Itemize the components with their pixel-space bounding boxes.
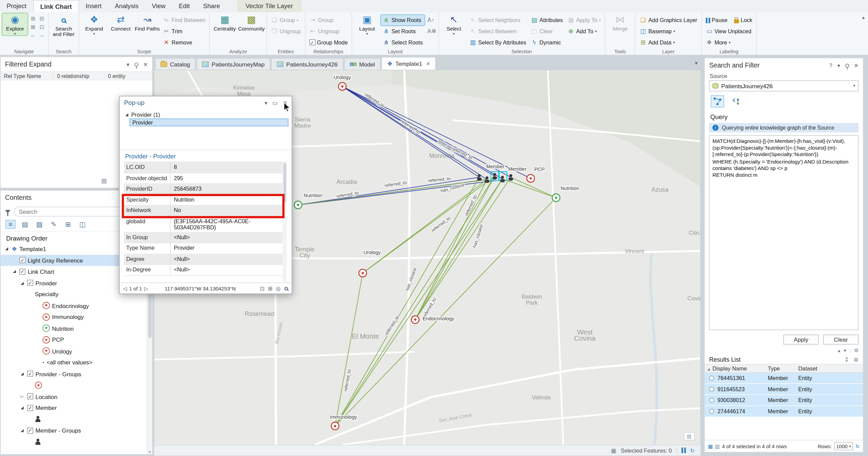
view-unplaced-button[interactable]: ▭ View Unplaced xyxy=(704,26,754,37)
tab-list-chevron-icon[interactable]: ▾ xyxy=(695,60,697,66)
clear-selection-button[interactable]: ▢ Clear xyxy=(529,26,565,37)
member-node-body[interactable] xyxy=(492,176,497,179)
column-display-name[interactable]: Display Name xyxy=(712,365,768,372)
lock-labels-button[interactable]: Lock xyxy=(732,15,754,25)
expander-icon[interactable]: ▷ xyxy=(19,394,25,399)
attribute-row-globalid[interactable]: globalid{E3F156AA-442C-495A-AC0E-503A4D2… xyxy=(124,216,287,232)
move-up-icon[interactable]: ▴ xyxy=(838,348,840,353)
column-type[interactable]: Type xyxy=(768,365,798,372)
popup-menu-icon[interactable]: ▾ xyxy=(265,99,268,106)
rows-limit-dropdown[interactable]: 1000 ▾ xyxy=(834,442,853,450)
more-labeling-button[interactable]: ❖ More ▾ xyxy=(704,37,754,48)
query-editor[interactable]: MATCH(d:Diagnosis)-[]-(m:Member)-[h:has_… xyxy=(709,135,859,330)
attribute-row-type-name[interactable]: Type NameProvider xyxy=(124,243,287,254)
table-icon[interactable]: ▦ xyxy=(101,177,107,184)
increase-label-size-button[interactable]: A↑ xyxy=(426,15,436,25)
menu-tab-edit[interactable]: Edit xyxy=(172,0,197,12)
menu-tab-insert[interactable]: Insert xyxy=(79,0,108,12)
move-down-icon[interactable]: ▾ xyxy=(844,348,846,353)
menu-tab-view[interactable]: View xyxy=(145,0,172,12)
tree-item-member-groups[interactable]: ◢✓Member - Groups xyxy=(1,425,152,436)
fixed-zoom-out-icon[interactable]: ⊠ xyxy=(29,23,37,31)
select-neighbors-button[interactable]: ↖ Select Neighbors xyxy=(468,15,528,25)
layout-button[interactable]: ▣ Layout ▾ xyxy=(354,13,380,36)
result-row-764451361[interactable]: 764451361MemberEntity xyxy=(705,373,863,384)
close-icon[interactable]: ✕ xyxy=(854,62,859,69)
member-node[interactable] xyxy=(486,176,489,179)
layer-checkbox[interactable]: ✓ xyxy=(27,428,33,434)
tree-item-provider-groups[interactable]: ◢✓Provider - Groups xyxy=(1,368,152,379)
grid-view-icon[interactable]: ▦ xyxy=(708,443,713,449)
layer-checkbox[interactable]: ✓ xyxy=(27,280,33,286)
source-dropdown[interactable]: PatientsJourney426 ▾ xyxy=(709,80,859,92)
attribute-row-providerid[interactable]: ProviderID256456873 xyxy=(124,184,287,195)
add-graphics-layer-button[interactable]: ❏ Add Graphics Layer xyxy=(638,15,699,25)
member-node-body[interactable] xyxy=(509,177,513,180)
help-icon[interactable]: ? xyxy=(829,62,832,69)
refresh-icon[interactable]: ↻ xyxy=(690,447,695,453)
tree-item-location[interactable]: ▷✓Location xyxy=(1,391,152,402)
export-results-icon[interactable]: ↧ xyxy=(845,357,849,363)
apply-to-button[interactable]: ▦ Apply To ▾ xyxy=(566,15,602,25)
tree-item-heart-red[interactable]: ♥ xyxy=(1,379,152,391)
member-node[interactable] xyxy=(478,174,481,177)
fixed-zoom-in-icon[interactable]: ⊟ xyxy=(38,15,46,23)
tree-item-pcp[interactable]: ♥PCP xyxy=(1,334,152,345)
expander-icon[interactable]: ◢ xyxy=(19,406,25,410)
clear-button[interactable]: Clear xyxy=(823,335,859,344)
find-between-button[interactable]: ⇋ Find Between xyxy=(161,15,207,25)
attribute-table-icon[interactable]: ▦ xyxy=(611,447,616,453)
expand-button[interactable]: ❖ Expand ▾ xyxy=(81,13,107,36)
record-radio[interactable] xyxy=(709,409,714,414)
tree-item-nutrition[interactable]: ♥Nutrition xyxy=(1,323,152,334)
tree-item-endocrinology[interactable]: ♥Endocrinology xyxy=(1,300,152,311)
layer-checkbox[interactable]: ✓ xyxy=(27,405,33,411)
community-button[interactable]: ▩ Community xyxy=(239,13,264,32)
select-roots-button[interactable]: ⋔ Select Roots xyxy=(381,37,424,48)
doc-tab-patientsjourney426[interactable]: PatientsJourney426 xyxy=(271,58,343,70)
tree-item-person[interactable] xyxy=(1,414,152,425)
select-by-attributes-button[interactable]: ▥ Select By Attributes xyxy=(468,37,528,48)
set-roots-button[interactable]: ⋔ Set Roots xyxy=(381,26,424,37)
refresh-results-icon[interactable]: ↻ xyxy=(855,443,860,449)
close-icon[interactable]: ✕ xyxy=(283,99,288,106)
next-extent-icon[interactable]: → xyxy=(38,32,46,39)
gear-icon[interactable]: ⚙ xyxy=(854,348,859,353)
scroll-down-icon[interactable]: ▾ xyxy=(149,450,151,454)
expander-icon[interactable]: ◢ xyxy=(124,112,130,117)
search-icon[interactable] xyxy=(284,287,288,290)
list-by-labeling-icon[interactable]: ◫ xyxy=(78,221,87,228)
member-node[interactable] xyxy=(501,176,504,179)
member-node[interactable] xyxy=(509,174,512,177)
apply-button[interactable]: Apply xyxy=(783,335,818,344)
pin-icon[interactable] xyxy=(134,62,138,66)
record-radio[interactable] xyxy=(709,387,714,392)
close-icon[interactable]: ✕ xyxy=(143,61,148,67)
zoom-to-icon[interactable]: ◎ xyxy=(276,285,280,291)
select-button[interactable]: ↖ Select ▾ xyxy=(441,13,467,36)
attributes-button[interactable]: ▤ Attributes xyxy=(529,15,565,25)
close-tab-icon[interactable]: ✕ xyxy=(426,61,430,66)
member-node[interactable] xyxy=(493,173,496,176)
previous-extent-icon[interactable]: ← xyxy=(29,32,37,39)
menu-tab-link-chart[interactable]: Link Chart xyxy=(33,0,79,12)
list-by-selection-icon[interactable]: ▧ xyxy=(35,221,44,228)
expander-icon[interactable]: ◢ xyxy=(4,247,9,251)
show-roots-button[interactable]: ⋔ Show Roots xyxy=(381,15,424,25)
popup-tree-selected-item[interactable]: Provider xyxy=(130,118,289,126)
member-node-body[interactable] xyxy=(477,177,482,180)
column-entity-count[interactable]: 0 entity xyxy=(105,73,152,79)
search-and-filter-button[interactable]: Search and Filter xyxy=(51,13,76,37)
expander-icon[interactable]: ◢ xyxy=(12,269,17,274)
expander-icon[interactable]: ◢ xyxy=(19,428,25,433)
pane-menu-icon[interactable]: ▾ xyxy=(837,62,840,69)
contextual-tab-vector-tile-layer[interactable]: Vector Tile Layer xyxy=(237,0,302,12)
expander-icon[interactable]: ◢ xyxy=(19,372,25,376)
column-relationship-count[interactable]: 0 relationship xyxy=(54,73,104,79)
history-query-mode-icon[interactable] xyxy=(730,96,742,107)
group-mode-checkbox[interactable]: ✓ xyxy=(309,39,315,45)
layer-checkbox[interactable]: ✓ xyxy=(19,257,25,263)
centrality-button[interactable]: ▦ Centrality xyxy=(212,13,238,32)
pin-icon[interactable] xyxy=(845,63,849,67)
explore-button[interactable]: ◉ Explore ▾ xyxy=(2,13,28,36)
